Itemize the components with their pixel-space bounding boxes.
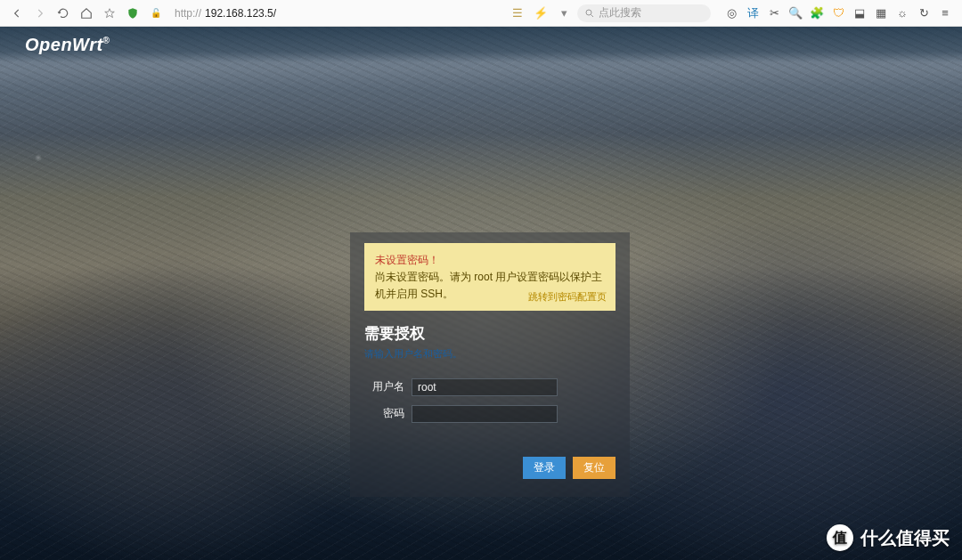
forward-button[interactable] (30, 4, 50, 23)
login-panel: 未设置密码！ 尚未设置密码。请为 root 用户设置密码以保护主机并启用 SSH… (350, 232, 630, 497)
brand-trademark: ® (103, 36, 110, 45)
refresh-button[interactable] (53, 4, 73, 23)
dropdown-icon[interactable]: ▾ (554, 4, 574, 23)
password-label: 密码 (364, 406, 404, 421)
flash-icon[interactable]: ⚡ (531, 4, 550, 23)
ext-icon-shield[interactable]: 🛡 (828, 4, 848, 23)
password-warning-alert: 未设置密码！ 尚未设置密码。请为 root 用户设置密码以保护主机并启用 SSH… (364, 243, 616, 311)
search-box[interactable]: 点此搜索 (577, 4, 711, 22)
page-body: OpenWrt® 未设置密码！ 尚未设置密码。请为 root 用户设置密码以保护… (0, 27, 962, 560)
chevron-left-icon (11, 7, 23, 20)
login-button[interactable]: 登录 (523, 457, 566, 479)
reader-icon[interactable]: ☰ (508, 4, 527, 23)
watermark-text: 什么值得买 (860, 526, 950, 550)
site-header: OpenWrt® (0, 27, 962, 62)
theme-icon[interactable]: ☼ (893, 4, 912, 23)
menu-icon[interactable]: ≡ (935, 4, 955, 23)
search-icon (584, 8, 595, 19)
svg-point-0 (586, 10, 591, 15)
brand-logo[interactable]: OpenWrt® (25, 35, 110, 55)
apps-icon[interactable]: ▦ (871, 4, 891, 23)
browser-toolbar: 🔓 http://192.168.123.5/ ☰ ⚡ ▾ 点此搜索 ◎ 译 ✂… (0, 0, 962, 27)
translate-icon[interactable]: 译 (743, 4, 762, 23)
home-icon (80, 7, 93, 20)
brand-text: OpenWrt (25, 35, 103, 54)
downloads-icon[interactable]: ⬓ (850, 4, 869, 23)
username-row: 用户名 (364, 378, 616, 396)
security-shield-icon[interactable] (123, 4, 143, 23)
url-host: 192.168.123.5/ (205, 7, 276, 20)
ext-icon-magnify[interactable]: 🔍 (786, 4, 805, 23)
password-input[interactable] (412, 405, 558, 423)
ext-icon-1[interactable]: ◎ (722, 4, 741, 23)
login-form: 用户名 密码 登录 复位 (364, 378, 616, 479)
refresh-icon (57, 7, 69, 20)
site-info-icon[interactable]: 🔓 (146, 4, 166, 23)
watermark: 值 什么值得买 (827, 524, 950, 551)
address-bar[interactable]: http://192.168.123.5/ (175, 7, 276, 20)
search-placeholder: 点此搜索 (599, 5, 641, 20)
extension-bar: ◎ 译 ✂ 🔍 🧩 🛡 ⬓ ▦ ☼ ↻ ≡ (722, 4, 955, 23)
alert-title: 未设置密码！ (375, 252, 605, 269)
chevron-right-icon (34, 7, 46, 20)
form-actions: 登录 复位 (364, 457, 616, 479)
url-scheme: http:// (175, 7, 201, 20)
password-config-link[interactable]: 跳转到密码配置页 (528, 289, 607, 305)
auth-subtitle: 请输入用户名和密码。 (364, 347, 616, 361)
password-row: 密码 (364, 405, 616, 423)
star-icon (103, 7, 116, 20)
ext-icon-puzzle[interactable]: 🧩 (807, 4, 827, 23)
scissors-icon[interactable]: ✂ (764, 4, 784, 23)
username-label: 用户名 (364, 379, 404, 394)
home-button[interactable] (77, 4, 96, 23)
bookmark-button[interactable] (100, 4, 119, 23)
watermark-badge: 值 (827, 524, 853, 551)
username-input[interactable] (412, 378, 558, 396)
back-button[interactable] (7, 4, 27, 23)
auth-title: 需要授权 (364, 323, 616, 344)
history-icon[interactable]: ↻ (914, 4, 933, 23)
reset-button[interactable]: 复位 (573, 457, 616, 479)
